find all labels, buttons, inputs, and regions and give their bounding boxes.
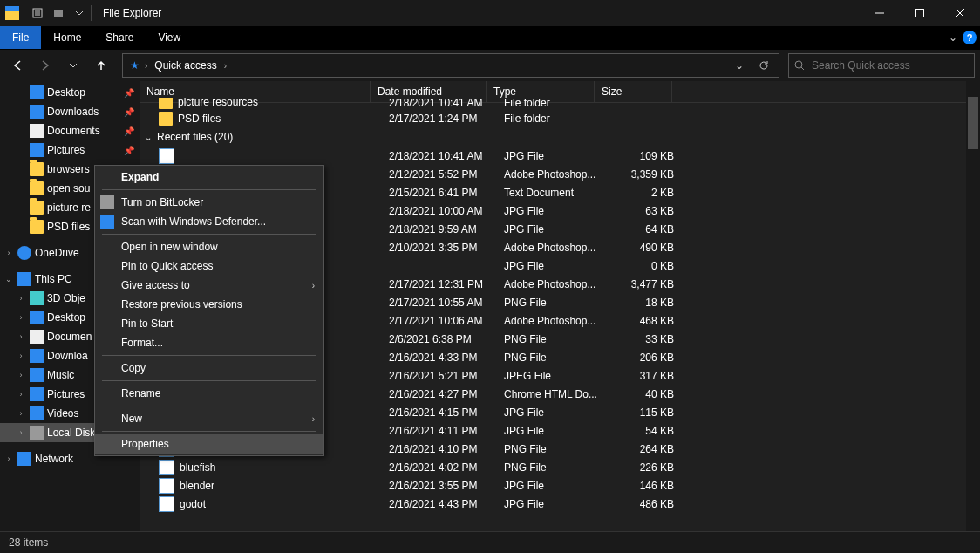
- maximize-button[interactable]: [900, 0, 940, 26]
- menu-item[interactable]: Copy: [95, 358, 323, 378]
- tab-share[interactable]: Share: [93, 26, 146, 49]
- up-button[interactable]: [89, 53, 113, 78]
- net-icon: [17, 452, 31, 466]
- chevron-right-icon[interactable]: ›: [143, 61, 149, 71]
- recent-dropdown[interactable]: [61, 53, 85, 78]
- file-type: PNG File: [497, 443, 604, 455]
- forward-button[interactable]: [33, 53, 58, 78]
- back-button[interactable]: [5, 53, 30, 78]
- expand-icon[interactable]: ›: [16, 409, 26, 418]
- menu-item[interactable]: Properties: [95, 434, 323, 454]
- group-label: Recent files (20): [157, 131, 233, 143]
- doc-icon: [30, 124, 44, 138]
- menu-item[interactable]: New›: [95, 409, 323, 428]
- tab-home[interactable]: Home: [41, 26, 93, 49]
- context-menu: ExpandTurn on BitLockerScan with Windows…: [94, 165, 324, 456]
- navbar: ★ › Quick access › ⌄: [0, 50, 980, 81]
- list-item[interactable]: godot2/16/2021 4:43 PMJPG File486 KB: [140, 495, 980, 513]
- pin-icon: 📌: [124, 88, 134, 98]
- menu-item[interactable]: Open in new window: [95, 237, 323, 256]
- breadcrumb[interactable]: Quick access: [149, 59, 221, 72]
- file-type: File folder: [497, 113, 604, 125]
- scrollbar-thumb[interactable]: [968, 97, 978, 149]
- menu-separator: [102, 355, 316, 356]
- search-input[interactable]: [810, 58, 944, 72]
- tree-label: PSD files: [47, 221, 90, 233]
- help-button[interactable]: ?: [963, 31, 977, 44]
- file-type: JPG File: [497, 260, 604, 272]
- file-date: 2/18/2021 10:00 AM: [382, 205, 497, 217]
- list-item[interactable]: picture resources2/18/2021 10:41 AMFile …: [140, 98, 980, 109]
- address-bar[interactable]: ★ › Quick access › ⌄: [122, 53, 779, 78]
- file-size: 490 KB: [604, 242, 681, 254]
- search-box[interactable]: [788, 53, 975, 78]
- tree-item[interactable]: Documents📌: [0, 121, 140, 140]
- ribbon-expand-icon[interactable]: ⌄: [949, 31, 957, 44]
- file-date: 2/15/2021 6:41 PM: [382, 187, 497, 199]
- group-recent-files[interactable]: ⌄ Recent files (20): [140, 127, 980, 147]
- expand-icon[interactable]: ›: [16, 390, 26, 399]
- col-size[interactable]: Size: [595, 81, 672, 102]
- chevron-right-icon[interactable]: ›: [222, 61, 228, 71]
- list-item[interactable]: PSD files2/17/2021 1:24 PMFile folder: [140, 109, 980, 127]
- file-date: 2/16/2021 4:27 PM: [382, 388, 497, 400]
- menu-item[interactable]: Rename: [95, 384, 323, 403]
- qat-new-folder-button[interactable]: [49, 3, 68, 23]
- menu-item[interactable]: Turn on BitLocker: [95, 193, 323, 212]
- expand-icon[interactable]: ›: [16, 371, 26, 379]
- file-date: 2/16/2021 4:33 PM: [382, 352, 497, 364]
- chevron-down-icon: ⌄: [145, 133, 152, 142]
- qat-properties-button[interactable]: [28, 3, 47, 23]
- music-icon: [30, 368, 44, 382]
- menu-item[interactable]: Pin to Quick access: [95, 256, 323, 276]
- file-size: 0 KB: [604, 260, 681, 272]
- list-item[interactable]: blender2/16/2021 3:55 PMJPG File146 KB: [140, 476, 980, 495]
- tab-view[interactable]: View: [146, 26, 193, 49]
- file-date: 2/18/2021 10:41 AM: [382, 98, 497, 109]
- scrollbar[interactable]: [966, 81, 980, 531]
- file-type: JPG File: [497, 205, 604, 217]
- menu-separator: [102, 189, 316, 190]
- expand-icon[interactable]: ›: [16, 294, 26, 303]
- ribbon-tabs: File Home Share View ⌄ ?: [0, 26, 980, 50]
- expand-icon[interactable]: ⌄: [3, 275, 14, 283]
- minimize-button[interactable]: [860, 0, 900, 26]
- expand-icon[interactable]: ›: [16, 352, 26, 360]
- list-item[interactable]: bluefish2/16/2021 4:02 PMPNG File226 KB: [140, 458, 980, 476]
- file-name: godot: [180, 498, 206, 510]
- list-item[interactable]: 2/18/2021 10:41 AMJPG File109 KB: [140, 147, 980, 165]
- quick-access-icon: ★: [130, 59, 140, 72]
- tree-label: This PC: [35, 273, 72, 285]
- expand-icon[interactable]: ›: [16, 428, 26, 437]
- menu-item[interactable]: Expand: [95, 167, 323, 187]
- content: Desktop📌Downloads📌Documents📌Pictures📌bro…: [0, 81, 980, 531]
- refresh-button[interactable]: [752, 54, 775, 77]
- file-size: 264 KB: [604, 443, 681, 455]
- file-size: 40 KB: [604, 388, 681, 400]
- menu-item[interactable]: Format...: [95, 333, 323, 352]
- menu-item[interactable]: Scan with Windows Defender...: [95, 212, 323, 231]
- close-button[interactable]: [940, 0, 980, 26]
- file-icon: [159, 496, 174, 512]
- file-size: 468 KB: [604, 315, 681, 327]
- address-dropdown[interactable]: ⌄: [731, 59, 748, 72]
- svg-rect-4: [916, 10, 924, 17]
- tree-item[interactable]: Pictures📌: [0, 140, 140, 160]
- file-type: PNG File: [497, 461, 604, 474]
- tree-label: Documen: [47, 331, 92, 343]
- menu-item[interactable]: Give access to›: [95, 276, 323, 295]
- separator: [91, 5, 92, 21]
- menu-item[interactable]: Pin to Start: [95, 314, 323, 333]
- tree-item[interactable]: Downloads📌: [0, 102, 140, 121]
- expand-icon[interactable]: ›: [16, 313, 26, 322]
- expand-icon[interactable]: ›: [3, 249, 14, 257]
- expand-icon[interactable]: ›: [3, 454, 14, 463]
- expand-icon[interactable]: ›: [16, 332, 26, 341]
- file-tab[interactable]: File: [0, 26, 41, 49]
- menu-item[interactable]: Restore previous versions: [95, 295, 323, 314]
- file-size: 226 KB: [604, 461, 681, 474]
- tree-item[interactable]: Desktop📌: [0, 83, 140, 102]
- titlebar: File Explorer: [0, 0, 980, 26]
- qat-dropdown[interactable]: [70, 3, 89, 23]
- tree-label: Desktop: [47, 311, 85, 324]
